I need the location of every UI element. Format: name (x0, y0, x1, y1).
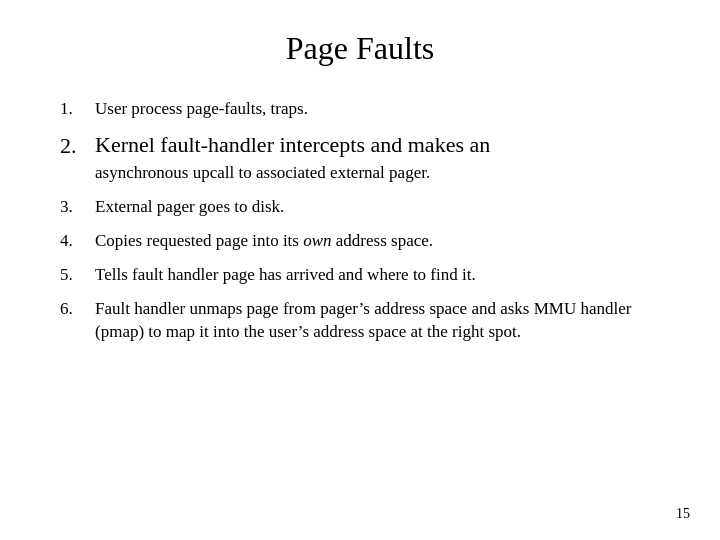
list-item: 2. Kernel fault-handler intercepts and m… (60, 131, 660, 185)
list-item: 4. Copies requested page into its own ad… (60, 229, 660, 253)
list-text-4-italic: own (303, 231, 331, 250)
list-text-4: Copies requested page into its own addre… (95, 229, 433, 253)
list-text-3: External pager goes to disk. (95, 195, 284, 219)
slide-title: Page Faults (60, 30, 660, 67)
list-item: 1. User process page-faults, traps. (60, 97, 660, 121)
list-text-4-before: Copies requested page into its (95, 231, 303, 250)
list-text-1: User process page-faults, traps. (95, 97, 308, 121)
list-number-3: 3. (60, 195, 95, 219)
list-text-6: Fault handler unmaps page from pager’s a… (95, 297, 660, 345)
list-text-2-main: Kernel fault-handler intercepts and make… (95, 131, 490, 160)
item2-wrapper: Kernel fault-handler intercepts and make… (95, 131, 490, 185)
content-list: 1. User process page-faults, traps. 2. K… (60, 97, 660, 354)
list-text-4-after: address space. (332, 231, 434, 250)
list-item: 5. Tells fault handler page has arrived … (60, 263, 660, 287)
list-number-2: 2. (60, 131, 95, 162)
list-number-5: 5. (60, 263, 95, 287)
list-text-2-sub: asynchronous upcall to associated extern… (95, 161, 490, 185)
list-text-5: Tells fault handler page has arrived and… (95, 263, 476, 287)
slide: Page Faults 1. User process page-faults,… (0, 0, 720, 540)
list-number-6: 6. (60, 297, 95, 321)
list-item: 6. Fault handler unmaps page from pager’… (60, 297, 660, 345)
page-number: 15 (676, 506, 690, 522)
list-number-4: 4. (60, 229, 95, 253)
list-number-1: 1. (60, 97, 95, 121)
list-item: 3. External pager goes to disk. (60, 195, 660, 219)
